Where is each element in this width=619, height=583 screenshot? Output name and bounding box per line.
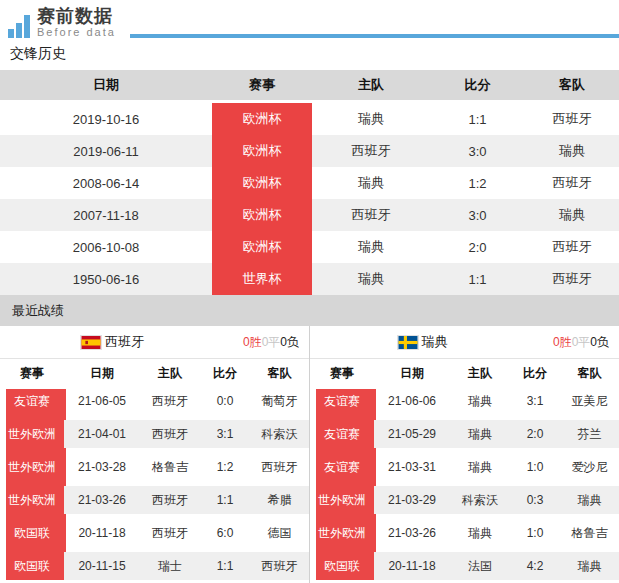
team-link-spain[interactable]: 西班牙 xyxy=(0,326,224,358)
match-competition: 友谊赛 xyxy=(0,387,64,415)
col-header-home: 主队 xyxy=(312,70,430,100)
recent-panel-spain: 西班牙 0胜0平0负 赛事 日期 主队 比分 客队 友谊赛 21-06-05 西… xyxy=(0,326,310,583)
match-home: 瑞典 xyxy=(450,519,510,547)
match-home: 格鲁吉 xyxy=(140,453,200,481)
match-competition: 友谊赛 xyxy=(310,453,374,481)
record-losses: 0负 xyxy=(590,334,609,351)
pre-match-data-page: 赛前数据 Before data 交锋历史 日期 赛事 主队 比分 客队 201… xyxy=(0,0,619,583)
match-competition: 世外欧洲 xyxy=(0,453,64,481)
match-away: 格鲁吉 xyxy=(560,519,619,547)
table-row: 2006-10-08 欧洲杯 瑞典 2:0 西班牙 xyxy=(0,231,619,263)
match-away: 西班牙 xyxy=(525,263,619,295)
match-competition: 欧洲杯 xyxy=(212,231,312,263)
match-date: 20-11-15 xyxy=(64,552,140,580)
table-row: 2019-10-16 欧洲杯 瑞典 1:1 西班牙 xyxy=(0,103,619,135)
match-home: 瑞典 xyxy=(450,387,510,415)
match-away: 西班牙 xyxy=(525,103,619,135)
match-date: 21-03-26 xyxy=(374,519,450,547)
match-away: 瑞典 xyxy=(525,199,619,231)
recent-panel-sweden: 瑞典 0胜0平0负 赛事 日期 主队 比分 客队 友谊赛 21-06-06 瑞典 xyxy=(310,326,619,583)
match-away: 爱沙尼 xyxy=(560,453,619,481)
match-competition: 友谊赛 xyxy=(310,420,374,448)
team-header: 瑞典 0胜0平0负 xyxy=(310,326,619,359)
match-date: 2006-10-08 xyxy=(0,231,212,263)
record-draws: 0平 xyxy=(572,334,591,351)
match-score: 0:3 xyxy=(510,486,560,514)
recent-panels: 西班牙 0胜0平0负 赛事 日期 主队 比分 客队 友谊赛 21-06-05 西… xyxy=(0,326,619,583)
match-home: 瑞士 xyxy=(140,552,200,580)
team-link-sweden[interactable]: 瑞典 xyxy=(310,326,534,358)
match-away: 西班牙 xyxy=(525,167,619,199)
match-date: 21-03-31 xyxy=(374,453,450,481)
col-header-score: 比分 xyxy=(510,359,560,387)
match-home: 西班牙 xyxy=(140,519,200,547)
match-home: 科索沃 xyxy=(450,486,510,514)
match-home: 西班牙 xyxy=(312,135,430,167)
match-home: 瑞典 xyxy=(450,420,510,448)
table-row: 友谊赛 21-06-05 西班牙 0:0 葡萄牙 xyxy=(0,387,309,420)
col-header-home: 主队 xyxy=(450,359,510,387)
team-record: 0胜0平0负 xyxy=(243,326,299,358)
table-row: 世外欧洲 21-03-26 西班牙 1:1 希腊 xyxy=(0,486,309,519)
col-header-date: 日期 xyxy=(374,359,450,387)
header-divider-rule xyxy=(130,34,619,38)
site-logo[interactable]: 赛前数据 Before data xyxy=(0,7,116,38)
col-header-score: 比分 xyxy=(200,359,250,387)
match-score: 1:1 xyxy=(200,552,250,580)
match-away: 瑞典 xyxy=(560,552,619,580)
match-score: 2:0 xyxy=(430,231,525,263)
match-score: 1:1 xyxy=(430,103,525,135)
sweden-flag-icon xyxy=(397,335,419,350)
match-competition: 欧洲杯 xyxy=(212,103,312,135)
match-date: 2007-11-18 xyxy=(0,199,212,231)
match-score: 1:2 xyxy=(430,167,525,199)
table-row: 2019-06-11 欧洲杯 西班牙 3:0 瑞典 xyxy=(0,135,619,167)
logo-subtitle: Before data xyxy=(37,27,116,38)
topbar: 赛前数据 Before data xyxy=(0,0,619,38)
col-header-date: 日期 xyxy=(64,359,140,387)
match-score: 1:0 xyxy=(510,453,560,481)
col-header-competition: 赛事 xyxy=(0,359,64,387)
match-date: 21-03-28 xyxy=(64,453,140,481)
match-home: 西班牙 xyxy=(140,486,200,514)
record-wins: 0胜 xyxy=(553,334,572,351)
match-away: 瑞典 xyxy=(525,135,619,167)
match-competition: 欧洲杯 xyxy=(212,167,312,199)
match-competition: 世外欧洲 xyxy=(310,486,374,514)
match-competition: 欧国联 xyxy=(310,552,374,580)
match-away: 德国 xyxy=(250,519,309,547)
logo-title: 赛前数据 xyxy=(37,7,116,25)
col-header-date: 日期 xyxy=(0,70,212,100)
match-home: 法国 xyxy=(450,552,510,580)
match-home: 瑞典 xyxy=(312,263,430,295)
match-date: 1950-06-16 xyxy=(0,263,212,295)
recent-section-title: 最近战绩 xyxy=(0,295,619,326)
match-date: 21-06-05 xyxy=(64,387,140,415)
match-away: 葡萄牙 xyxy=(250,387,309,415)
match-score: 6:0 xyxy=(200,519,250,547)
recent-table-header: 赛事 日期 主队 比分 客队 xyxy=(310,359,619,387)
team-header: 西班牙 0胜0平0负 xyxy=(0,326,309,359)
table-row: 世外欧洲 21-03-29 科索沃 0:3 瑞典 xyxy=(310,486,619,519)
match-score: 3:1 xyxy=(200,420,250,448)
record-losses: 0负 xyxy=(280,334,299,351)
match-away: 科索沃 xyxy=(250,420,309,448)
spain-flag-icon xyxy=(80,335,102,350)
table-row: 世外欧洲 21-03-26 瑞典 1:0 格鲁吉 xyxy=(310,519,619,552)
match-date: 20-11-18 xyxy=(374,552,450,580)
match-away: 希腊 xyxy=(250,486,309,514)
table-row: 欧国联 20-11-18 西班牙 6:0 德国 xyxy=(0,519,309,552)
col-header-competition: 赛事 xyxy=(310,359,374,387)
match-competition: 世界杯 xyxy=(212,263,312,295)
h2h-table-header: 日期 赛事 主队 比分 客队 xyxy=(0,70,619,100)
match-competition: 友谊赛 xyxy=(310,387,374,415)
table-row: 2007-11-18 欧洲杯 西班牙 3:0 瑞典 xyxy=(0,199,619,231)
match-competition: 欧国联 xyxy=(0,552,64,580)
table-row: 2008-06-14 欧洲杯 瑞典 1:2 西班牙 xyxy=(0,167,619,199)
table-row: 1950-06-16 世界杯 瑞典 1:1 西班牙 xyxy=(0,263,619,295)
team-record: 0胜0平0负 xyxy=(553,326,609,358)
match-away: 西班牙 xyxy=(250,453,309,481)
match-away: 西班牙 xyxy=(525,231,619,263)
match-score: 2:0 xyxy=(510,420,560,448)
match-date: 2008-06-14 xyxy=(0,167,212,199)
